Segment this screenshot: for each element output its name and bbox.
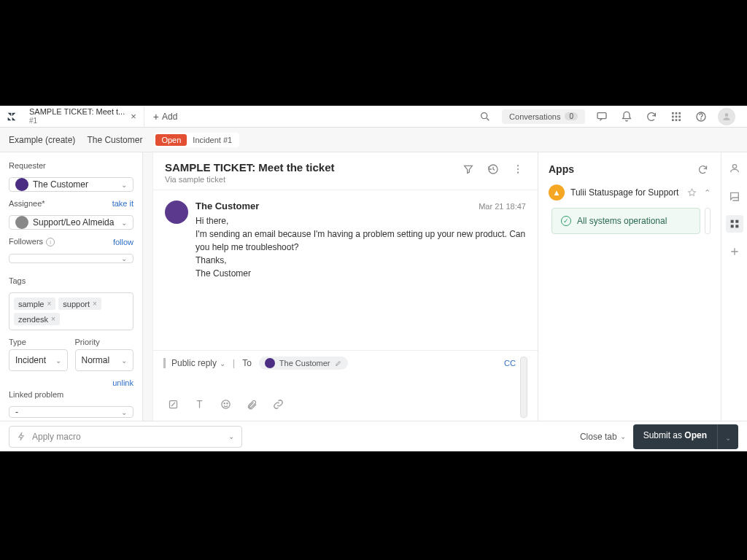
type-dropdown[interactable]: Incident ⌄ xyxy=(9,349,68,371)
svg-point-0 xyxy=(481,112,487,118)
svg-point-17 xyxy=(517,172,519,174)
tag-sample[interactable]: sample× xyxy=(14,298,55,310)
refresh-icon[interactable] xyxy=(643,109,659,125)
brand-icon xyxy=(6,111,18,122)
svg-point-22 xyxy=(732,165,736,168)
apps-sidebar: Apps ▲ Tulii Statuspage for Support ⌃ ✓ … xyxy=(538,152,721,421)
requester-label: Requester xyxy=(9,161,133,170)
assignee-dropdown[interactable]: Support/Leo Almeida ⌄ xyxy=(9,215,133,230)
chevron-down-icon: ⌄ xyxy=(55,357,61,365)
chat-icon[interactable] xyxy=(594,109,610,125)
user-avatar[interactable] xyxy=(718,108,735,125)
svg-point-15 xyxy=(517,165,519,166)
svg-point-20 xyxy=(224,402,225,403)
resize-handle[interactable] xyxy=(143,152,153,421)
assignee-value: Support/Leo Almeida xyxy=(33,217,114,228)
cc-button[interactable]: CC xyxy=(504,359,516,368)
compose-icon[interactable] xyxy=(165,396,181,412)
svg-point-14 xyxy=(725,113,729,117)
chevron-down-icon: ⌄ xyxy=(121,254,127,262)
rail-apps-icon[interactable] xyxy=(726,215,743,233)
apply-macro-dropdown[interactable]: Apply macro ⌄ xyxy=(9,426,242,448)
remove-icon[interactable]: × xyxy=(47,300,51,308)
svg-rect-7 xyxy=(676,115,678,117)
bell-icon[interactable] xyxy=(619,109,635,125)
svg-rect-26 xyxy=(735,225,738,228)
requester-dropdown[interactable]: The Customer ⌄ xyxy=(9,177,133,192)
add-tab-label: Add xyxy=(162,112,177,122)
emoji-icon[interactable] xyxy=(217,396,233,412)
filter-icon[interactable] xyxy=(460,161,476,177)
refresh-apps-icon[interactable] xyxy=(694,161,711,177)
close-icon[interactable]: × xyxy=(131,111,136,122)
tags-input[interactable]: sample× support× zendesk× xyxy=(9,292,133,330)
rail-chat-icon[interactable] xyxy=(726,187,743,205)
check-icon: ✓ xyxy=(561,216,571,226)
tags-label: Tags xyxy=(9,276,133,285)
plus-icon: + xyxy=(153,111,159,122)
active-tab[interactable]: SAMPLE TICKET: Meet t... #1 × xyxy=(22,106,144,127)
apps-title: Apps xyxy=(549,163,574,175)
app-integration-row[interactable]: ▲ Tulii Statuspage for Support ⌃ xyxy=(549,184,711,201)
tab-subtitle: #1 xyxy=(29,117,125,125)
priority-dropdown[interactable]: Normal ⌄ xyxy=(75,349,134,371)
status-pill[interactable]: Open Incident #1 xyxy=(154,133,239,147)
reply-type-dropdown[interactable]: Public reply ⌄ xyxy=(163,358,225,368)
rail-add-icon[interactable] xyxy=(726,243,743,260)
take-it-link[interactable]: take it xyxy=(112,199,133,208)
lightning-icon xyxy=(17,432,26,441)
to-recipient-chip[interactable]: The Customer xyxy=(259,357,348,370)
avatar-icon xyxy=(15,216,28,229)
followers-dropdown[interactable]: ⌄ xyxy=(9,254,133,263)
scrollbar[interactable] xyxy=(705,208,711,234)
conversation-area: The Customer Mar 21 18:47 Hi there, I'm … xyxy=(153,190,538,350)
chevron-down-icon: ⌄ xyxy=(121,357,127,365)
chevron-down-icon: ⌄ xyxy=(121,408,127,416)
chevron-down-icon: ⌄ xyxy=(121,181,127,189)
chevron-down-icon: ⌄ xyxy=(620,432,626,440)
linked-problem-dropdown[interactable]: - ⌄ xyxy=(9,406,133,418)
type-label: Type xyxy=(9,338,68,346)
breadcrumb-customer[interactable]: The Customer xyxy=(87,135,142,145)
info-icon[interactable]: i xyxy=(46,238,55,246)
unlink-link[interactable]: unlink xyxy=(112,378,133,387)
submit-dropdown[interactable]: ⌄ xyxy=(717,424,738,449)
tabs-bar: SAMPLE TICKET: Meet t... #1 × + Add Conv… xyxy=(0,106,747,128)
chevron-up-icon[interactable]: ⌃ xyxy=(704,188,711,198)
pin-icon[interactable] xyxy=(687,188,697,198)
remove-icon[interactable]: × xyxy=(51,315,55,323)
statuspage-icon: ▲ xyxy=(549,184,565,201)
tab-title: SAMPLE TICKET: Meet t... xyxy=(29,107,125,117)
chevron-down-icon: ⌄ xyxy=(121,219,127,227)
requester-value: The Customer xyxy=(33,179,88,190)
svg-point-19 xyxy=(221,400,229,408)
tag-zendesk[interactable]: zendesk× xyxy=(14,313,60,325)
submit-button[interactable]: Submit as Open xyxy=(633,424,717,449)
link-icon[interactable] xyxy=(270,396,286,412)
scrollbar[interactable] xyxy=(520,357,527,418)
svg-rect-25 xyxy=(730,225,733,228)
text-format-icon[interactable] xyxy=(191,396,207,412)
tag-support[interactable]: support× xyxy=(58,298,101,310)
conversations-button[interactable]: Conversations 0 xyxy=(502,109,585,124)
add-tab-button[interactable]: + Add xyxy=(144,111,187,122)
footer-bar: Apply macro ⌄ Close tab ⌄ Submit as Open… xyxy=(0,421,747,451)
more-icon[interactable] xyxy=(510,161,526,177)
breadcrumb-example[interactable]: Example (create) xyxy=(9,135,75,145)
svg-point-21 xyxy=(226,402,227,403)
priority-value: Normal xyxy=(82,355,110,365)
close-tab-button[interactable]: Close tab ⌄ xyxy=(580,432,626,442)
help-icon[interactable] xyxy=(693,109,709,125)
attachment-icon[interactable] xyxy=(244,396,260,412)
apps-grid-icon[interactable] xyxy=(668,109,684,125)
avatar-icon xyxy=(265,358,275,368)
avatar xyxy=(165,201,188,224)
status-card: ✓ All systems operational xyxy=(551,208,700,234)
rail-user-icon[interactable] xyxy=(726,160,743,177)
search-icon[interactable] xyxy=(477,109,493,125)
secondary-bar: Example (create) The Customer Open Incid… xyxy=(0,128,747,152)
svg-rect-5 xyxy=(678,112,681,114)
remove-icon[interactable]: × xyxy=(93,300,97,308)
follow-link[interactable]: follow xyxy=(113,238,133,246)
history-icon[interactable] xyxy=(485,161,501,177)
